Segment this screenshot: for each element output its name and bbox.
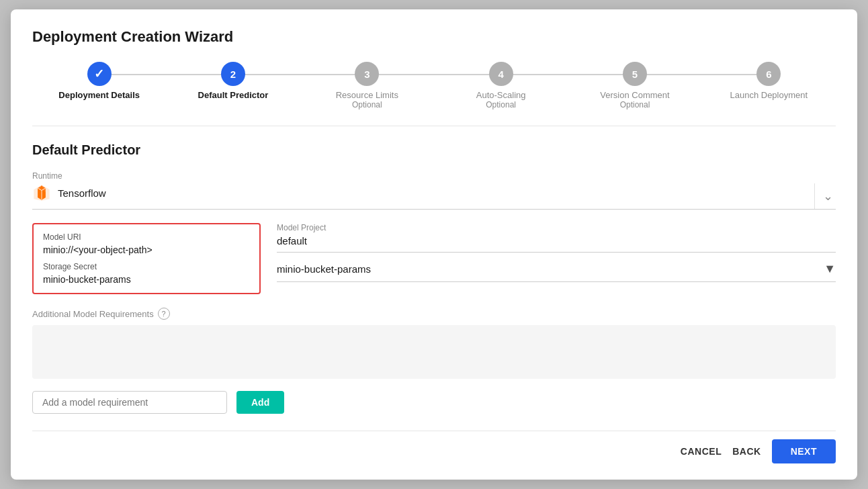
step-3: 3 Resource Limits Optional — [300, 62, 434, 109]
step-3-circle: 3 — [355, 62, 379, 86]
storage-secret-dropdown[interactable]: minio-bucket-params ▼ — [277, 262, 836, 282]
add-req-row: Add — [32, 391, 836, 414]
step-2-number: 2 — [230, 69, 236, 80]
additional-req-label: Additional Model Requirements ? — [32, 308, 836, 320]
step-4-circle: 4 — [489, 62, 513, 86]
step-5-circle: 5 — [623, 62, 647, 86]
step-2-circle: 2 — [221, 62, 245, 86]
storage-secret-dropdown-value: minio-bucket-params — [277, 263, 824, 275]
footer: CANCEL BACK NEXT — [32, 431, 836, 463]
step-6: 6 Launch Deployment — [702, 62, 836, 100]
help-icon[interactable]: ? — [158, 308, 170, 320]
section-title: Default Predictor — [32, 142, 836, 158]
additional-req-textarea[interactable] — [32, 325, 836, 379]
model-project-value: default — [277, 235, 836, 247]
divider — [32, 126, 836, 126]
model-uri-value: minio://<your-object-path> — [43, 244, 250, 255]
step-6-circle: 6 — [756, 62, 781, 86]
step-2: 2 Default Predictor — [166, 62, 300, 100]
step-3-sublabel: Optional — [336, 100, 398, 109]
runtime-row[interactable]: Tensorflow ⌄ — [32, 183, 836, 210]
fields-section: Model URI minio://<your-object-path> Sto… — [32, 223, 836, 294]
check-icon: ✓ — [94, 66, 104, 81]
step-4: 4 Auto-Scaling Optional — [434, 62, 568, 109]
deployment-wizard-modal: Deployment Creation Wizard ✓ Deployment … — [11, 9, 857, 480]
step-5: 5 Version Comment Optional — [568, 62, 701, 109]
step-2-label: Default Predictor — [198, 90, 269, 100]
add-button[interactable]: Add — [236, 391, 284, 414]
next-button[interactable]: NEXT — [772, 439, 836, 463]
step-5-label: Version Comment — [600, 90, 669, 100]
stepper: ✓ Deployment Details 2 Default Predictor… — [32, 62, 836, 109]
model-uri-box: Model URI minio://<your-object-path> Sto… — [32, 223, 261, 294]
step-4-sublabel: Optional — [476, 100, 526, 109]
step-4-label: Auto-Scaling — [476, 90, 526, 100]
tensorflow-icon — [32, 183, 51, 202]
dropdown-arrow-icon: ▼ — [824, 262, 836, 276]
runtime-value: Tensorflow — [58, 187, 836, 199]
back-button[interactable]: BACK — [732, 446, 761, 457]
modal-title: Deployment Creation Wizard — [32, 28, 836, 46]
step-1: ✓ Deployment Details — [32, 62, 166, 100]
model-project-field: Model Project default — [277, 223, 836, 253]
add-req-input[interactable] — [32, 391, 227, 414]
step-1-label: Deployment Details — [58, 90, 140, 100]
step-1-circle: ✓ — [87, 62, 112, 86]
chevron-down-icon[interactable]: ⌄ — [814, 183, 836, 209]
step-5-number: 5 — [632, 69, 638, 80]
model-project-label: Model Project — [277, 223, 836, 232]
storage-secret-value: minio-bucket-params — [43, 274, 250, 285]
step-3-label: Resource Limits — [336, 90, 398, 100]
step-4-number: 4 — [498, 69, 503, 80]
step-3-number: 3 — [364, 69, 370, 80]
runtime-label: Runtime — [32, 171, 836, 181]
storage-secret-label: Storage Secret — [43, 262, 250, 271]
step-6-label: Launch Deployment — [730, 90, 808, 100]
cancel-button[interactable]: CANCEL — [681, 446, 722, 457]
model-uri-label: Model URI — [43, 232, 250, 242]
step-5-sublabel: Optional — [600, 100, 669, 109]
step-6-number: 6 — [766, 69, 771, 80]
